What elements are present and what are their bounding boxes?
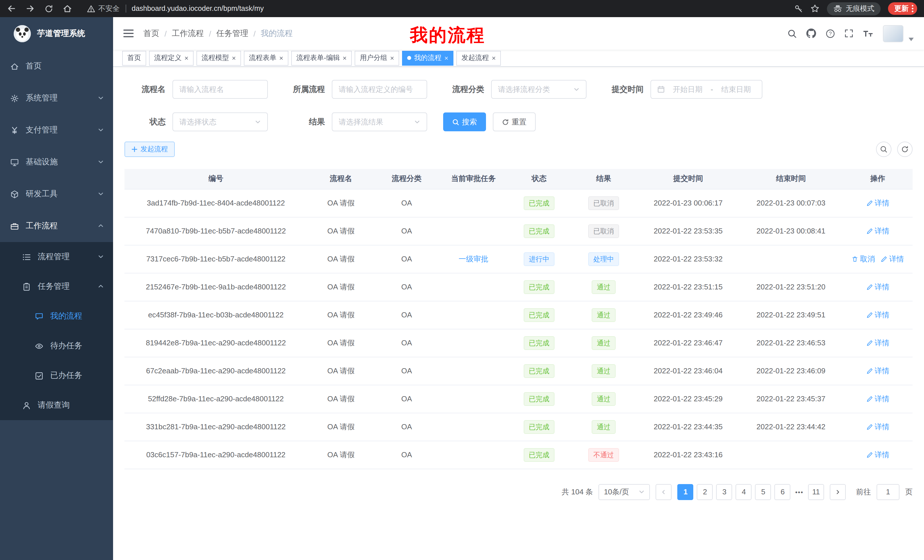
bookmark-star-icon[interactable] (810, 4, 819, 13)
cancel-link[interactable]: 取消 (852, 254, 875, 264)
tab-process-form-edit[interactable]: 流程表单-编辑× (291, 51, 352, 65)
tab-home[interactable]: 首页 (122, 51, 146, 65)
yen-icon (10, 126, 19, 135)
search-icon (452, 118, 459, 125)
category-select[interactable]: 请选择流程分类 (491, 80, 586, 99)
process-def-input[interactable] (332, 80, 427, 99)
tab-process-definition[interactable]: 流程定义× (149, 51, 194, 65)
submit-time-range-picker[interactable]: 开始日期 - 结束日期 (651, 80, 762, 99)
help-icon[interactable]: ? (826, 29, 835, 38)
page-button-1[interactable]: 1 (678, 484, 694, 500)
tab-my-process[interactable]: 我的流程× (402, 51, 453, 65)
result-badge: 通过 (592, 308, 616, 322)
close-icon[interactable]: × (279, 54, 283, 61)
sidebar-item-dev-tools[interactable]: 研发工具 (0, 178, 113, 210)
tab-user-group[interactable]: 用户分组× (355, 51, 399, 65)
more-pages-button[interactable]: ••• (794, 488, 805, 495)
sidebar-item-payment-mgmt[interactable]: 支付管理 (0, 114, 113, 146)
process-def-field[interactable] (339, 85, 420, 94)
current-task-link[interactable]: 一级审批 (459, 254, 488, 263)
close-icon[interactable]: × (444, 54, 448, 61)
page-button-4[interactable]: 4 (736, 484, 752, 500)
close-icon[interactable]: × (232, 54, 236, 61)
search-icon[interactable] (788, 29, 796, 38)
sidebar-item-done-tasks[interactable]: 已办任务 (0, 361, 113, 391)
page-button-11[interactable]: 11 (808, 484, 824, 500)
font-size-icon[interactable] (863, 29, 873, 37)
browser-refresh-icon[interactable] (45, 4, 53, 13)
browser-menu-icon[interactable] (911, 4, 914, 13)
sidebar-item-home[interactable]: 首页 (0, 50, 113, 82)
col-header-status: 状态 (508, 169, 570, 189)
detail-link[interactable]: 详情 (866, 226, 890, 236)
detail-link[interactable]: 详情 (866, 449, 890, 460)
breadcrumb-task-mgmt[interactable]: 任务管理 (216, 28, 248, 39)
sidebar-item-system-mgmt[interactable]: 系统管理 (0, 82, 113, 114)
sidebar-item-my-process[interactable]: 我的流程 (0, 301, 113, 331)
prev-page-button[interactable] (656, 484, 672, 500)
detail-link[interactable]: 详情 (866, 338, 890, 348)
status-select[interactable]: 请选择状态 (172, 112, 268, 131)
hamburger-icon[interactable] (123, 29, 134, 38)
page-button-3[interactable]: 3 (716, 484, 732, 500)
sidebar-item-infrastructure[interactable]: 基础设施 (0, 146, 113, 178)
browser-back-icon[interactable] (7, 4, 16, 13)
table-row: 331bc281-7b9a-11ec-a290-acde48001122 OA … (124, 413, 913, 441)
goto-page-input[interactable] (877, 484, 900, 500)
cell-current-task (439, 413, 508, 441)
close-icon[interactable]: × (184, 54, 189, 61)
browser-forward-icon[interactable] (26, 4, 35, 13)
page-button-6[interactable]: 6 (775, 484, 790, 500)
next-page-button[interactable] (830, 484, 846, 500)
search-button[interactable]: 搜索 (443, 112, 486, 131)
detail-link[interactable]: 详情 (866, 422, 890, 432)
address-bar[interactable]: 不安全 dashboard.yudao.iocoder.cn/bpm/task/… (87, 4, 264, 13)
update-button[interactable]: 更新 (888, 2, 917, 15)
page-button-2[interactable]: 2 (697, 484, 713, 500)
tab-initiate-process[interactable]: 发起流程× (456, 51, 501, 65)
breadcrumb-home[interactable]: 首页 (143, 28, 159, 39)
toggle-search-button[interactable] (876, 142, 891, 157)
sidebar-item-process-mgmt[interactable]: 流程管理 (0, 242, 113, 272)
detail-link[interactable]: 详情 (866, 310, 890, 320)
cell-id: 331bc281-7b9a-11ec-a290-acde48001122 (124, 413, 307, 441)
col-header-id: 编号 (124, 169, 307, 189)
sidebar-item-leave-query[interactable]: 请假查询 (0, 391, 113, 420)
filter-label-status: 状态 (124, 117, 166, 127)
col-header-process-name: 流程名 (307, 169, 375, 189)
reset-button[interactable]: 重置 (493, 112, 536, 131)
result-select[interactable]: 请选择流结果 (332, 112, 427, 131)
chevron-down-icon (573, 86, 580, 93)
sidebar-item-workflow[interactable]: 工作流程 (0, 210, 113, 242)
refresh-table-button[interactable] (897, 142, 913, 157)
sidebar-item-task-mgmt[interactable]: 任务管理 (0, 272, 113, 301)
key-icon[interactable] (794, 4, 803, 13)
process-name-field[interactable] (179, 85, 261, 94)
tab-process-model[interactable]: 流程模型× (196, 51, 241, 65)
detail-link[interactable]: 详情 (880, 254, 904, 264)
chevron-up-icon (98, 222, 104, 231)
browser-home-icon[interactable] (63, 4, 72, 13)
cell-category: OA (375, 301, 439, 329)
edit-icon (866, 451, 873, 458)
create-process-button[interactable]: 发起流程 (124, 142, 175, 157)
process-name-input[interactable] (172, 80, 268, 99)
close-icon[interactable]: × (390, 54, 394, 61)
tab-process-form[interactable]: 流程表单× (244, 51, 288, 65)
page-size-value: 10条/页 (604, 487, 629, 497)
github-icon[interactable] (806, 28, 816, 38)
page-size-select[interactable]: 10条/页 (599, 484, 650, 500)
close-icon[interactable]: × (343, 54, 346, 61)
page-button-5[interactable]: 5 (755, 484, 771, 500)
avatar[interactable] (883, 25, 903, 42)
detail-link[interactable]: 详情 (866, 394, 890, 404)
breadcrumb-workflow[interactable]: 工作流程 (172, 28, 204, 39)
sidebar-item-todo-tasks[interactable]: 待办任务 (0, 331, 113, 361)
detail-link[interactable]: 详情 (866, 198, 890, 208)
detail-link[interactable]: 详情 (866, 365, 890, 376)
fullscreen-icon[interactable] (844, 29, 853, 38)
close-icon[interactable]: × (492, 54, 496, 61)
detail-link[interactable]: 详情 (866, 282, 890, 292)
caret-down-icon[interactable] (909, 37, 914, 42)
cell-current-task (439, 385, 508, 413)
